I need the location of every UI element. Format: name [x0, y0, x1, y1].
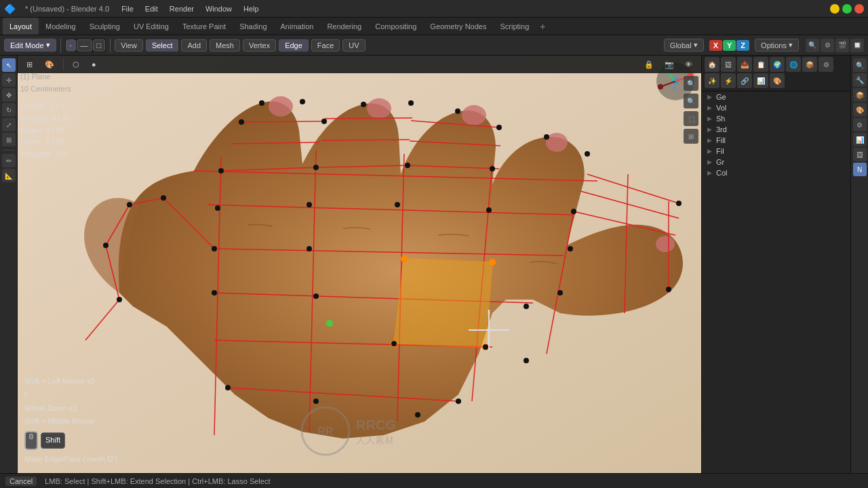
maximize-button[interactable]: [842, 4, 852, 14]
vertex-menu[interactable]: Vertex: [243, 39, 276, 52]
move-tool-btn[interactable]: ✥: [2, 88, 16, 102]
select-menu[interactable]: Select: [146, 39, 179, 52]
transform-tool-btn[interactable]: ⊞: [2, 133, 16, 146]
sidebar-material-btn[interactable]: 🎨: [853, 103, 867, 117]
add-menu[interactable]: Add: [181, 39, 207, 52]
svg-point-46: [676, 201, 682, 206]
props-scene2-btn[interactable]: 🌍: [770, 57, 785, 72]
cursor-tool-btn[interactable]: ✛: [2, 73, 16, 87]
y-axis-btn[interactable]: Y: [723, 40, 736, 51]
tab-modeling[interactable]: Modeling: [39, 18, 83, 35]
zoom-in-btn[interactable]: 🔍: [684, 76, 698, 91]
tab-uv-editing[interactable]: UV Editing: [127, 18, 176, 35]
tab-texture-paint[interactable]: Texture Paint: [176, 18, 233, 35]
viewport-material-btn[interactable]: 🎨: [40, 59, 59, 70]
sidebar-search-btn[interactable]: 🔍: [853, 58, 867, 72]
z-axis-btn[interactable]: Z: [736, 40, 749, 51]
props-data-btn[interactable]: 📊: [753, 73, 768, 88]
tab-animation[interactable]: Animation: [274, 18, 321, 35]
tab-scripting[interactable]: Scripting: [493, 18, 536, 35]
props-fill-label: Fill: [716, 136, 726, 144]
props-particles-btn[interactable]: ✨: [705, 73, 719, 88]
props-item-vol[interactable]: ▶ Vol: [702, 102, 850, 113]
mesh-menu[interactable]: Mesh: [210, 39, 240, 52]
props-item-gr[interactable]: ▶ Gr: [702, 157, 850, 167]
right-sidebar: 🔍 🔧 📦 🎨 ⚙ 📊 🖼 N: [850, 56, 868, 473]
sidebar-object-btn[interactable]: 📦: [853, 88, 867, 102]
tab-shading[interactable]: Shading: [233, 18, 273, 35]
sidebar-data-btn[interactable]: 📊: [853, 133, 867, 146]
options-btn[interactable]: Options ▾: [755, 39, 799, 52]
svg-point-75: [456, 399, 461, 404]
props-item-fill[interactable]: ▶ Fill: [702, 135, 850, 146]
viewport-overlay-btn[interactable]: ⬡: [68, 59, 84, 70]
tab-geometry-nodes[interactable]: Geometry Nodes: [423, 18, 493, 35]
tab-compositing[interactable]: Compositing: [368, 18, 423, 35]
edge-select-btn[interactable]: —: [77, 39, 92, 52]
toolbar-icon-3[interactable]: 🎬: [835, 39, 849, 52]
menu-help[interactable]: Help: [238, 3, 264, 14]
local-view-btn[interactable]: ⬚: [684, 111, 698, 126]
vertex-select-btn[interactable]: ·: [66, 39, 76, 52]
menu-file[interactable]: File: [116, 3, 139, 14]
props-material-btn[interactable]: 🎨: [770, 73, 785, 88]
face-menu[interactable]: Face: [311, 39, 340, 52]
props-output-btn[interactable]: 📤: [737, 57, 752, 72]
tab-layout[interactable]: Layout: [3, 18, 39, 35]
props-constraints-btn[interactable]: 🔗: [737, 73, 752, 88]
sidebar-n-panel-btn[interactable]: N: [853, 163, 867, 176]
viewport-cam-btn[interactable]: 📷: [660, 59, 679, 70]
viewport-mode-btn[interactable]: 👁: [680, 59, 697, 70]
tab-sculpting[interactable]: Sculpting: [83, 18, 127, 35]
props-world-btn[interactable]: 🌐: [786, 57, 801, 72]
cancel-button[interactable]: Cancel: [5, 476, 37, 486]
props-obj-btn[interactable]: 📦: [802, 57, 817, 72]
svg-point-41: [408, 100, 414, 106]
props-item-sh[interactable]: ▶ Sh: [702, 113, 850, 124]
select-tool-btn[interactable]: ↖: [2, 58, 16, 72]
toolbar-icon-4[interactable]: 🔲: [850, 39, 864, 52]
viewport-shading-btn[interactable]: ●: [87, 59, 101, 70]
props-scene-btn[interactable]: 🏠: [705, 57, 719, 72]
uv-menu[interactable]: UV: [342, 39, 365, 52]
edge-menu[interactable]: Edge: [279, 39, 309, 52]
view-menu[interactable]: View: [115, 39, 143, 52]
viewport[interactable]: ⊞ 🎨 ⬡ ● 🔒 📷 👁 Top Orthographic (1) Plane…: [18, 56, 701, 473]
menu-edit[interactable]: Edit: [140, 3, 163, 14]
toolbar-icon-2[interactable]: ⚙: [821, 39, 834, 52]
props-mod-btn[interactable]: ⚙: [818, 57, 833, 72]
props-physics-btn[interactable]: ⚡: [721, 73, 736, 88]
zoom-out-btn[interactable]: 🔍: [684, 94, 698, 108]
add-tab-button[interactable]: +: [536, 21, 549, 32]
close-button[interactable]: [854, 4, 864, 14]
tab-rendering[interactable]: Rendering: [320, 18, 368, 35]
props-item-col[interactable]: ▶ Col: [702, 167, 850, 178]
rotate-tool-btn[interactable]: ↻: [2, 103, 16, 117]
edit-mode-selector[interactable]: Edit Mode ▾: [4, 39, 56, 52]
props-item-fil[interactable]: ▶ Fil: [702, 146, 850, 157]
measure-btn[interactable]: 📐: [2, 169, 16, 182]
status-bar: Cancel LMB: Select | Shift+LMB: Extend S…: [0, 473, 868, 488]
global-transform-btn[interactable]: Global ▾: [664, 39, 704, 52]
annotate-btn[interactable]: ✏: [2, 154, 16, 167]
toolbar-icon-1[interactable]: 🔍: [806, 39, 819, 52]
menu-window[interactable]: Window: [200, 3, 237, 14]
x-axis-btn[interactable]: X: [709, 40, 722, 51]
sidebar-render-btn[interactable]: 🖼: [853, 148, 867, 161]
props-item-3rd[interactable]: ▶ 3rd: [702, 124, 850, 135]
grid-btn[interactable]: ⊞: [684, 129, 698, 144]
face-select-btn[interactable]: □: [93, 39, 106, 52]
sidebar-tools-btn[interactable]: 🔧: [853, 73, 867, 87]
menu-render[interactable]: Render: [164, 3, 199, 14]
arrow-3rd: ▶: [707, 126, 712, 133]
svg-point-48: [218, 168, 224, 174]
viewport-lock-btn[interactable]: 🔒: [639, 59, 658, 70]
props-item-ge[interactable]: ▶ Ge: [702, 92, 850, 102]
props-render-btn[interactable]: 🖼: [721, 57, 736, 72]
props-view-layer-btn[interactable]: 📋: [753, 57, 768, 72]
sidebar-modifier-btn[interactable]: ⚙: [853, 118, 867, 131]
scale-tool-btn[interactable]: ⤢: [2, 118, 16, 131]
minimize-button[interactable]: [830, 4, 840, 14]
viewport-view-btn[interactable]: ⊞: [22, 59, 37, 70]
svg-point-5: [656, 236, 675, 252]
